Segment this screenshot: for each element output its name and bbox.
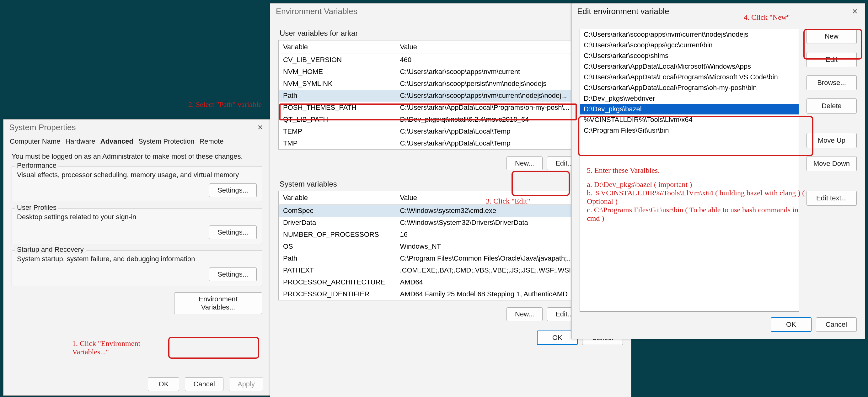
startup-recovery-desc: System startup, system failure, and debu… [17,255,257,263]
var-name: DriverData [279,217,396,229]
annotation-5-b: b. %VCINSTALLDIR%\Tools\LlVm\x64 ( build… [587,189,806,206]
editwin-side-buttons: New Edit Browse... Delete Move Up Move D… [806,29,857,312]
var-name: Path [279,90,396,102]
var-name: ComSpec [279,205,396,217]
performance-title: Performance [15,162,58,170]
close-icon[interactable]: ✕ [850,7,859,16]
var-name: NVM_HOME [279,66,396,78]
list-item[interactable]: C:\Users\arkar\scoop\apps\nvm\current\no… [580,29,799,40]
startup-recovery-group: Startup and Recovery System startup, sys… [11,250,262,286]
var-name: Path [279,253,396,264]
editwin-delete-button[interactable]: Delete [806,98,857,113]
var-name: OS [279,240,396,253]
var-name: PATHEXT [279,264,396,276]
sysprop-cancel-button[interactable]: Cancel [185,377,223,391]
annotation-5: 5. Enter these Varaibles. a. D:\Dev_pkgs… [587,166,806,223]
editwin-browse-button[interactable]: Browse... [806,75,857,90]
tab-remote[interactable]: Remote [199,135,224,147]
annotation-5-c: c. C:\Programs Files\Git\usr\bin ( To be… [587,206,806,223]
editwin-edittext-button[interactable]: Edit text... [806,191,857,206]
annotation-4: 4. Click "New" [744,13,790,22]
editwin-title: Edit environment variable [577,7,669,16]
var-name: CV_LIB_VERSION [279,54,396,66]
list-item[interactable]: C:\Program Files\Git\usr\bin [580,125,799,136]
sysprop-titlebar: System Properties ✕ [3,120,270,135]
user-vars-col-variable[interactable]: Variable [279,40,396,54]
var-name: TEMP [279,126,396,137]
var-name: POSH_THEMES_PATH [279,102,396,113]
var-name: NUMBER_OF_PROCESSORS [279,229,396,240]
tab-advanced[interactable]: Advanced [100,135,134,147]
performance-settings-button[interactable]: Settings... [209,184,257,197]
list-item[interactable]: D:\Dev_pkgs\webdriver [580,93,799,104]
sysprop-tabs: Computer Name Hardware Advanced System P… [3,135,270,147]
annotation-2: 2. Select "Path" variable [188,100,262,109]
var-name: QT_LIB_PATH [279,113,396,126]
startup-recovery-settings-button[interactable]: Settings... [209,267,257,281]
environment-variables-button[interactable]: Environment Variables... [174,292,262,314]
performance-desc: Visual effects, processor scheduling, me… [17,171,257,179]
sys-vars-col-variable[interactable]: Variable [279,191,396,205]
sysprop-apply-button[interactable]: Apply [229,377,263,391]
list-item[interactable]: C:\Users\arkar\AppData\Local\Programs\oh… [580,82,799,93]
list-item[interactable]: C:\Users\arkar\scoop\shims [580,51,799,61]
list-item[interactable]: %VCINSTALLDIR%\Tools\Llvm\x64 [580,114,799,125]
user-profiles-desc: Desktop settings related to your sign-in [17,213,257,221]
admin-info: You must be logged on as an Administrato… [11,153,262,161]
startup-recovery-title: Startup and Recovery [15,245,86,254]
close-icon[interactable]: ✕ [256,123,265,132]
var-name: NVM_SYMLINK [279,78,396,90]
annotation-1: 1. Click "Environment Variables..." [72,339,163,356]
list-item[interactable]: D:\Dev_pkgs\bazel [580,104,799,114]
editwin-titlebar: Edit environment variable ✕ [571,3,865,20]
sysprop-ok-button[interactable]: OK [148,377,179,391]
sysprop-panel: You must be logged on as an Administrato… [3,147,270,317]
editwin-cancel-button[interactable]: Cancel [816,317,857,332]
user-profiles-settings-button[interactable]: Settings... [209,226,257,239]
user-profiles-title: User Profiles [15,203,58,212]
var-name: TMP [279,137,396,150]
annotation-5-title: 5. Enter these Varaibles. [587,166,806,175]
editwin-edit-button[interactable]: Edit [806,52,857,67]
user-vars-new-button[interactable]: New... [506,157,542,170]
envwin-title: Environment Variables [276,7,358,16]
performance-group: Performance Visual effects, processor sc… [11,166,262,202]
tab-system-protection[interactable]: System Protection [138,135,195,147]
annotation-5-a: a. D:\Dev_pkgs\bazel ( important ) [587,180,806,189]
editwin-moveup-button[interactable]: Move Up [806,133,857,148]
tab-hardware[interactable]: Hardware [65,135,96,147]
tab-computer-name[interactable]: Computer Name [9,135,61,147]
editwin-movedown-button[interactable]: Move Down [806,156,857,171]
var-name: PROCESSOR_ARCHITECTURE [279,276,396,288]
user-profiles-group: User Profiles Desktop settings related t… [11,208,262,244]
list-item[interactable]: C:\Users\arkar\AppData\Local\Microsoft\W… [580,61,799,72]
annotation-3: 3. Click "Edit" [486,197,530,205]
editwin-new-button[interactable]: New [806,29,857,44]
list-item[interactable]: C:\Users\arkar\AppData\Local\Programs\Mi… [580,72,799,82]
list-item[interactable]: C:\Users\arkar\scoop\apps\gcc\current\bi… [580,40,799,51]
sysprop-title: System Properties [9,123,75,132]
sys-vars-new-button[interactable]: New... [506,307,542,321]
editwin-ok-button[interactable]: OK [771,317,811,332]
var-name: PROCESSOR_IDENTIFIER [279,288,396,300]
